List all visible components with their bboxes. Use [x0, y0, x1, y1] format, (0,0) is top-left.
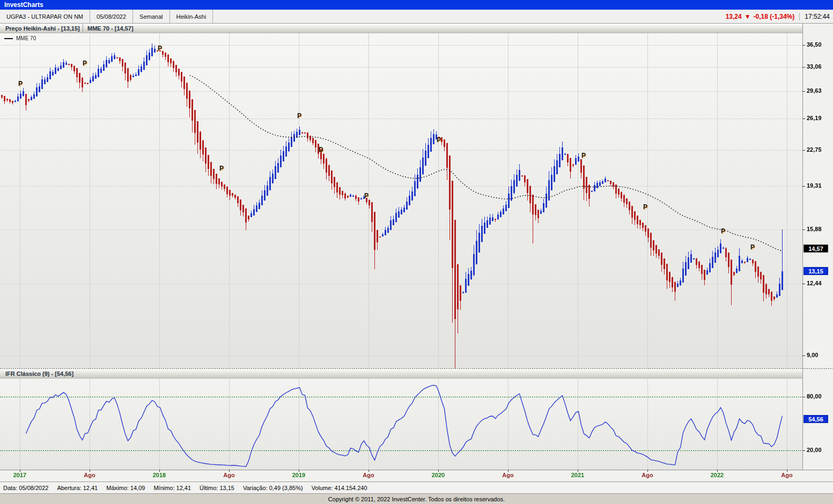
rsi-indicator-label: IFR Clássico (9) - [54,56] — [5, 370, 73, 377]
quote-change: -0,18 (-1,34%) — [754, 13, 795, 20]
pivot-marker: P — [158, 45, 162, 52]
pivot-marker: P — [83, 60, 87, 67]
pivot-marker: P — [643, 203, 647, 211]
x-axis-label: 2021 — [570, 472, 586, 478]
toolbar: UGPA3 - ULTRAPAR ON NM 05/08/2022 Semana… — [0, 10, 833, 24]
chart-canvas[interactable] — [0, 24, 833, 481]
x-axis-label: Ago — [779, 472, 795, 478]
status-variacao: Variação: 0,49 (3,85%) — [243, 485, 303, 491]
x-axis-label: Ago — [360, 472, 377, 478]
status-data: Data: 05/08/2022 — [3, 485, 48, 491]
symbol-selector[interactable]: UGPA3 - ULTRAPAR ON NM — [0, 10, 90, 23]
pivot-marker: D — [319, 146, 323, 153]
clock-label: 17:52:44 — [799, 13, 830, 20]
price-axis-label: 22,75 — [807, 146, 822, 153]
x-axis-label: Ago — [82, 472, 98, 478]
pivot-marker: P — [297, 112, 301, 120]
mme-value-box: 14,57 — [803, 244, 828, 253]
price-axis-label: 15,88 — [807, 226, 822, 232]
x-axis-label: Ago — [221, 472, 237, 478]
price-indicator-label[interactable]: Preço Heikin-Ashi - [13,15] — [0, 24, 83, 33]
date-selector[interactable]: 05/08/2022 — [90, 10, 133, 23]
down-arrow-icon: ▼ — [744, 13, 751, 20]
rsi-pane-header[interactable]: IFR Clássico (9) - [54,56] — [0, 369, 802, 379]
mme-line-swatch — [4, 38, 13, 39]
mme-legend: MME 70 — [4, 35, 36, 41]
price-axis-label: 19,31 — [807, 182, 822, 189]
copyright-bar: Copyright © 2011, 2022 InvestCenter. Tod… — [0, 493, 833, 504]
pivot-marker: P — [364, 192, 368, 199]
status-maximo: Máximo: 14,09 — [106, 485, 145, 491]
last-price-box: 13,15 — [803, 267, 828, 275]
title-bar: InvestCharts — [0, 0, 833, 10]
status-ultimo: Último: 13,15 — [200, 485, 234, 491]
x-axis-label: Ago — [639, 472, 655, 478]
pivot-marker: P — [721, 227, 725, 235]
mme-legend-label: MME 70 — [16, 35, 36, 41]
price-axis-label: 26,19 — [807, 115, 822, 121]
x-axis-label: 2020 — [430, 472, 446, 478]
status-abertura: Abertura: 12,41 — [57, 485, 98, 491]
pivot-marker: P — [18, 80, 23, 87]
periodicity-selector[interactable]: Semanal — [133, 10, 169, 23]
status-bar: Data: 05/08/2022 Abertura: 12,41 Máximo:… — [0, 481, 833, 493]
x-axis-label: 2019 — [291, 472, 307, 478]
copyright-text: Copyright © 2011, 2022 InvestCenter. Tod… — [328, 496, 505, 502]
chart-region: Preço Heikin-Ashi - [13,15] MME 70 - [14… — [0, 24, 833, 481]
status-minimo: Mínimo: 12,41 — [153, 485, 191, 491]
pivot-marker: P — [219, 165, 224, 172]
price-axis-label: 33,06 — [807, 63, 822, 70]
chart-style-label: Heikin-Ashi — [176, 13, 207, 20]
symbol-label: UGPA3 - ULTRAPAR ON NM — [6, 13, 83, 20]
quote-last: 13,24 — [726, 13, 742, 20]
price-axis-label: 29,63 — [807, 87, 822, 94]
date-label: 05/08/2022 — [97, 13, 126, 20]
rsi-axis-label: 20,00 — [807, 447, 822, 453]
chart-style-selector[interactable]: Heikin-Ashi — [170, 10, 213, 23]
price-axis-label: 12,44 — [807, 280, 822, 286]
price-axis-label: 9,00 — [807, 352, 818, 358]
quote-panel: 13,24 ▼ -0,18 (-1,34%) 17:52:44 — [726, 10, 833, 23]
x-axis-label: 2022 — [709, 472, 725, 478]
pivot-marker: P — [581, 152, 586, 159]
price-pane-header: Preço Heikin-Ashi - [13,15] MME 70 - [14… — [0, 24, 802, 33]
x-axis-label: 2017 — [12, 472, 28, 478]
rsi-value-box: 54,56 — [803, 415, 828, 423]
app-title: InvestCharts — [4, 1, 43, 9]
pivot-marker: P — [437, 136, 441, 144]
pivot-marker: P — [750, 243, 755, 251]
price-axis-label: 36,50 — [807, 41, 822, 48]
status-volume: Volume: 414.154.240 — [312, 485, 367, 491]
x-axis-label: Ago — [500, 472, 516, 478]
rsi-axis-label: 80,00 — [807, 393, 822, 399]
mme-indicator-label[interactable]: MME 70 - [14,57] — [83, 25, 134, 32]
periodicity-label: Semanal — [139, 13, 163, 20]
x-axis-label: 2018 — [151, 472, 167, 478]
